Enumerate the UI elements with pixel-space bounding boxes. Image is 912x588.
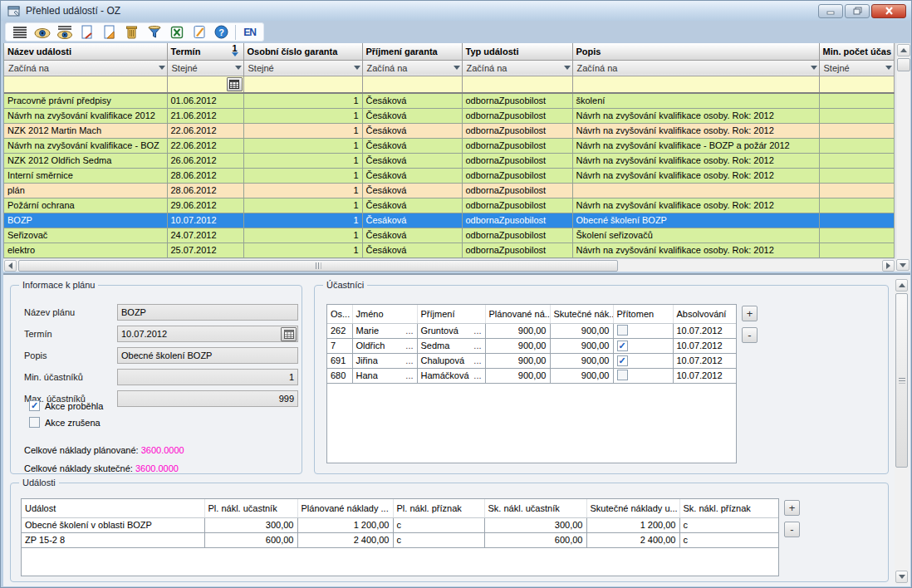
close-button[interactable] xyxy=(871,4,906,18)
calendar-button[interactable] xyxy=(227,77,243,91)
grid-cell: Seřizovač xyxy=(4,228,167,243)
pane-vscroll-thumb[interactable] xyxy=(895,293,908,468)
delete-icon[interactable] xyxy=(120,24,143,41)
calendar-button[interactable] xyxy=(281,327,297,341)
event-row[interactable]: ZP 15-2 8600,002 400,00c600,002 400,00c xyxy=(22,532,779,547)
present-checkbox[interactable]: ✓ xyxy=(617,341,628,351)
grid-row[interactable]: Seřizovač24.07.20121ČesákováodbornaZpuso… xyxy=(4,228,894,243)
plan-field-label: Min. účastníků xyxy=(24,372,117,382)
filter-dropdown-4[interactable]: Začíná na xyxy=(363,61,462,76)
restore-button[interactable] xyxy=(845,4,870,18)
filter-entry-cell-4[interactable] xyxy=(362,76,462,93)
grid-cell: Návrh na zvyšování kvalifikace osoby. Ro… xyxy=(572,123,819,138)
present-checkbox[interactable] xyxy=(617,325,628,336)
participant-first-name: Oldřich... xyxy=(352,338,417,353)
event-row[interactable]: Obecné školení v oblasti BOZP300,001 200… xyxy=(22,517,779,532)
participant-row[interactable]: 680Hana...Hamáčková...900,00900,0010.07.… xyxy=(327,368,737,383)
grid-row[interactable]: Návrh na zvyšování kvalifikace 201221.06… xyxy=(4,108,894,123)
events-title: Události xyxy=(19,478,59,488)
checkbox-akce-zrusena[interactable]: Akce zrušena xyxy=(29,417,101,428)
column-header-4[interactable]: Příjmení garanta xyxy=(362,43,462,60)
view-icon[interactable] xyxy=(31,24,53,41)
filter-entry-cell-6[interactable] xyxy=(572,76,819,93)
new-document-icon[interactable] xyxy=(76,24,98,41)
checkbox-akce-probehla[interactable]: ✓ Akce proběhla xyxy=(29,400,103,411)
plan-field-value: BOZP xyxy=(117,304,298,321)
filter-dropdown-7[interactable]: Stejné xyxy=(820,61,894,76)
grid-row[interactable]: Návrh na zvyšování kvalifikace - BOZ22.0… xyxy=(4,138,894,153)
participant-row[interactable]: 262Marie...Gruntová...900,00900,0010.07.… xyxy=(327,323,737,338)
filter-entry-cell-3[interactable] xyxy=(243,76,362,93)
participant-row[interactable]: 691Jiřina...Chalupová...900,00900,00✓10.… xyxy=(327,353,737,368)
notes-edit-icon[interactable] xyxy=(188,24,210,41)
filter-entry-cell-7[interactable] xyxy=(819,76,894,93)
participant-row[interactable]: 7Oldřich...Sedma...900,00900,00✓10.07.20… xyxy=(327,338,737,353)
present-checkbox[interactable]: ✓ xyxy=(617,355,628,366)
akce-probehla-checkbox[interactable]: ✓ xyxy=(29,400,40,411)
participant-remove-button[interactable]: - xyxy=(742,327,758,343)
excel-export-icon[interactable] xyxy=(165,24,188,41)
pane-scroll-up-button[interactable] xyxy=(895,279,908,292)
plan-field-row: Název plánuBOZP xyxy=(24,304,298,321)
lookup-ellipsis[interactable]: ... xyxy=(405,370,413,380)
grid-row[interactable]: Požární ochrana29.06.20121Česákováodborn… xyxy=(4,198,894,213)
language-en-button[interactable]: EN xyxy=(238,24,261,41)
plan-field-row: PopisObecné školení BOZP xyxy=(24,347,298,364)
column-header-3[interactable]: Osobní číslo garanta xyxy=(243,43,362,60)
pane-vertical-scrollbar[interactable] xyxy=(895,278,909,584)
akce-zrusena-checkbox[interactable] xyxy=(29,417,40,428)
edit-document-icon[interactable] xyxy=(98,24,120,41)
lookup-ellipsis[interactable]: ... xyxy=(473,341,481,350)
list-icon[interactable] xyxy=(8,24,31,41)
lookup-ellipsis[interactable]: ... xyxy=(405,326,413,336)
grid-scroll-down-button[interactable] xyxy=(896,259,910,271)
grid-cell: Návrh na zvyšování kvalifikace - BOZP a … xyxy=(572,138,819,153)
view-with-lines-icon[interactable] xyxy=(53,24,76,41)
help-icon[interactable]: ? xyxy=(210,24,233,41)
filter-dropdown-3[interactable]: Stejné xyxy=(244,61,362,76)
grid-horizontal-scrollbar[interactable] xyxy=(3,258,895,272)
scroll-up-button[interactable] xyxy=(897,44,910,56)
lookup-ellipsis[interactable]: ... xyxy=(473,326,481,336)
scroll-right-button[interactable] xyxy=(882,260,895,272)
event-remove-button[interactable]: - xyxy=(784,522,800,537)
participants-column-header: Jméno xyxy=(352,305,417,323)
column-header-7[interactable]: Min. počet účas xyxy=(819,43,894,60)
grid-cell: 28.06.2012 xyxy=(167,183,243,198)
participant-add-button[interactable]: + xyxy=(742,306,758,321)
grid-row[interactable]: BOZP10.07.20121ČesákováodbornaZpusobilos… xyxy=(4,213,894,228)
grid-row[interactable]: Pracovně právní předpisy01.06.20121Česák… xyxy=(4,93,894,108)
filter-dropdown-2[interactable]: Stejné xyxy=(168,61,243,76)
column-header-1[interactable]: Název události xyxy=(4,43,167,60)
minimize-button[interactable] xyxy=(818,4,843,18)
event-add-button[interactable]: + xyxy=(784,500,800,516)
grid-row[interactable]: NZK 2012 Martin Mach22.06.20121Česákováo… xyxy=(4,123,894,138)
lookup-ellipsis[interactable]: ... xyxy=(405,341,413,350)
participants-column-header: Příjmení xyxy=(417,305,485,323)
filter-dropdown-6[interactable]: Začíná na xyxy=(573,61,819,76)
grid-row[interactable]: elektro25.07.20121ČesákováodbornaZpusobi… xyxy=(4,243,894,257)
grid-row[interactable]: Interní směrnice28.06.20121Česákováodbor… xyxy=(4,168,894,183)
grid-vscroll-thumb[interactable] xyxy=(897,58,910,71)
grid-vertical-scrollbar[interactable] xyxy=(895,43,910,258)
filter-entry-cell-1[interactable] xyxy=(4,76,167,93)
column-header-5[interactable]: Typ události xyxy=(462,43,572,60)
filter-icon[interactable] xyxy=(143,24,165,41)
present-checkbox[interactable] xyxy=(617,370,628,380)
grid-hscroll-thumb[interactable] xyxy=(18,260,618,272)
filter-dropdown-1[interactable]: Začíná na xyxy=(4,61,167,76)
grid-row[interactable]: plán28.06.20121ČesákováodbornaZpusobilos… xyxy=(4,183,894,198)
scroll-left-button[interactable] xyxy=(4,260,17,272)
grid-row[interactable]: NZK 2012 Oldřich Sedma26.06.20121Česákov… xyxy=(4,153,894,168)
filter-mode-label: Začíná na xyxy=(467,63,507,73)
filter-dropdown-5[interactable]: Začíná na xyxy=(463,61,572,76)
lookup-ellipsis[interactable]: ... xyxy=(473,355,481,365)
lookup-ellipsis[interactable]: ... xyxy=(473,370,481,380)
grid-cell: odbornaZpusobilost xyxy=(462,243,572,257)
lookup-ellipsis[interactable]: ... xyxy=(405,355,413,365)
column-header-2[interactable]: Termín1 xyxy=(167,43,243,60)
filter-entry-cell-5[interactable] xyxy=(462,76,572,93)
column-header-6[interactable]: Popis xyxy=(572,43,819,60)
filter-entry-cell-2[interactable] xyxy=(167,76,243,93)
pane-scroll-down-button[interactable] xyxy=(895,571,908,583)
